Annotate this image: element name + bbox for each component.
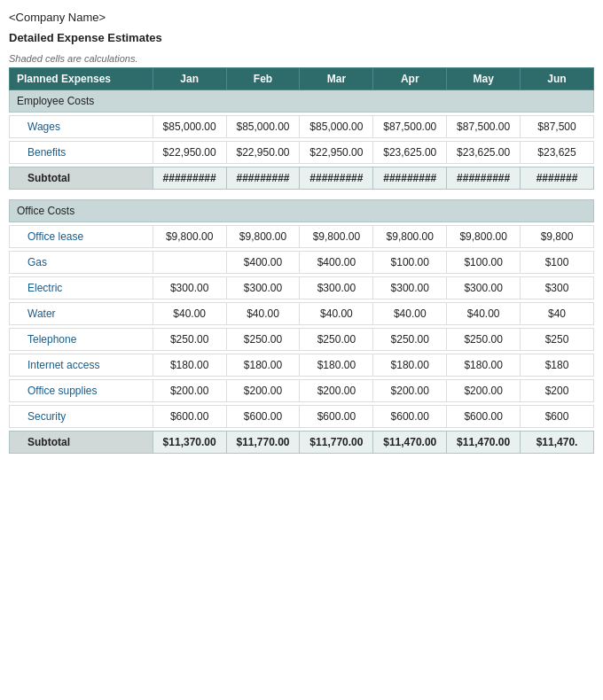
header-label: Planned Expenses [10, 68, 153, 90]
section-gap [10, 190, 594, 200]
report-title: Detailed Expense Estimates [9, 31, 594, 44]
header-mar: Mar [300, 68, 373, 90]
table-row: Telephone$250.00$250.00$250.00$250.00$25… [10, 329, 594, 351]
header-jan: Jan [153, 68, 226, 90]
shaded-note: Shaded cells are calculations. [9, 53, 594, 64]
table-row: Benefits$22,950.00$22,950.00$22,950.00$2… [10, 142, 594, 164]
table-row: Internet access$180.00$180.00$180.00$180… [10, 354, 594, 377]
header-may: May [447, 68, 521, 90]
section-header-1: Office Costs [10, 200, 594, 222]
table-header-row: Planned Expenses Jan Feb Mar Apr May Jun [10, 68, 594, 90]
table-row: Gas$400.00$400.00$100.00$100.00$100 [10, 252, 594, 274]
subtotal-row-1: Subtotal$11,370.00$11,770.00$11,770.00$1… [10, 432, 594, 454]
company-name: <Company Name> [9, 11, 594, 24]
section-header-0: Employee Costs [10, 90, 594, 113]
expense-table: Planned Expenses Jan Feb Mar Apr May Jun… [9, 67, 594, 454]
table-row: Office supplies$200.00$200.00$200.00$200… [10, 380, 594, 402]
header-apr: Apr [373, 68, 447, 90]
table-row: Security$600.00$600.00$600.00$600.00$600… [10, 406, 594, 428]
header-jun: Jun [521, 68, 594, 90]
header-feb: Feb [226, 68, 300, 90]
table-row: Office lease$9,800.00$9,800.00$9,800.00$… [10, 226, 594, 248]
table-row: Water$40.00$40.00$40.00$40.00$40.00$40 [10, 303, 594, 325]
table-row: Electric$300.00$300.00$300.00$300.00$300… [10, 277, 594, 299]
table-row: Wages$85,000.00$85,000.00$85,000.00$87,5… [10, 116, 594, 138]
subtotal-row-0: Subtotal################################… [10, 167, 594, 190]
